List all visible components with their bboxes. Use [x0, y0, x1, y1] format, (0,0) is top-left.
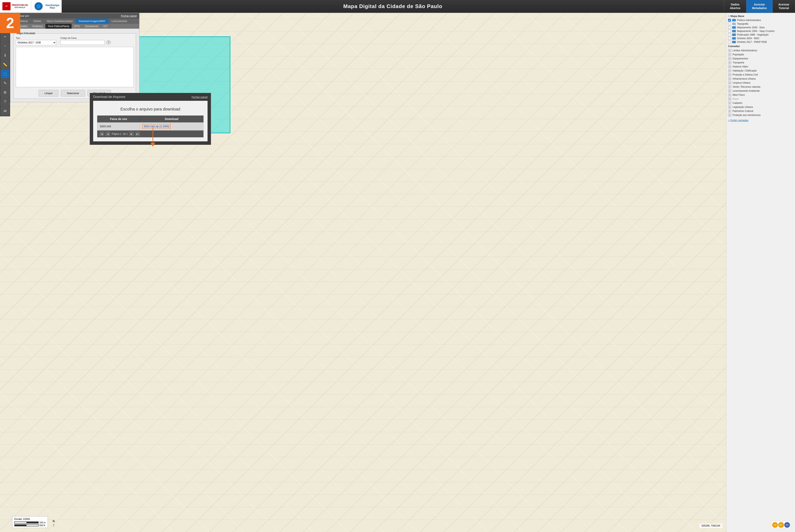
toolbar-edit[interactable]: ✎ — [1, 79, 10, 88]
layer-sistema-viario: + Sistema Viário — [728, 64, 793, 69]
toolbar-settings[interactable]: ⚙ — [1, 88, 10, 97]
expand-licenciamento-ambiental[interactable]: + — [728, 89, 731, 93]
layer-publicacao1988-checkbox[interactable] — [728, 33, 731, 36]
tab-cit[interactable]: CIT — [101, 24, 110, 29]
layer-ortofoto2004-icon — [732, 37, 736, 40]
expand-patrimonio[interactable]: + — [728, 110, 731, 113]
layer-politico: Político-Administrativo — [728, 18, 793, 22]
expand-sistema-viario[interactable]: + — [728, 65, 731, 68]
expand-legislacao[interactable]: + — [728, 106, 731, 109]
layer-ortofoto2017-label: Ortofoto 2017 - PMSP RGB — [737, 41, 767, 43]
toolbar-select[interactable]: ⬚ — [1, 70, 10, 78]
expand-limites[interactable]: + — [728, 49, 731, 52]
section-camadas: Camadas + Limites Administrativos + Popu… — [728, 45, 793, 122]
scale-value: 10394 — [23, 518, 30, 520]
help-icon[interactable]: ? — [106, 40, 111, 45]
tab-zoneamento[interactable]: Zoneamento — [82, 24, 101, 29]
toolbar-zoom-in[interactable]: + — [1, 32, 10, 41]
mapa-base-collapse-icon[interactable]: □ — [728, 15, 730, 18]
expand-rural[interactable]: + — [728, 97, 731, 100]
page-next[interactable]: ▶ — [129, 132, 134, 136]
layer-publicacao1988-label: Publicação 1988 - Vegetação — [737, 33, 769, 36]
tab-licenciamento[interactable]: Licenciamento — [109, 19, 130, 24]
layer-protecao: + Proteção e Defesa Civil — [728, 73, 793, 77]
download-panel-close[interactable]: Fechar painel — [191, 96, 207, 99]
layer-licenciamento-ambiental: + Licenciamento Ambiental — [728, 89, 793, 93]
layer-sistema-viario-label: Sistema Viário — [733, 65, 748, 68]
expand-habitacao[interactable]: + — [728, 69, 731, 72]
expand-infraestrutura[interactable]: + — [728, 77, 731, 80]
page-last[interactable]: ▶| — [135, 132, 140, 136]
coordinates-value: 335299, 7392164 — [701, 524, 720, 527]
layer-ortofoto2004-checkbox[interactable] — [728, 37, 731, 40]
layer-topografia-checkbox[interactable] — [728, 22, 731, 25]
tab-endereco[interactable]: Endereço — [30, 24, 45, 29]
expand-populacao[interactable]: + — [728, 53, 731, 56]
tab-distrito[interactable]: Distrito — [31, 19, 44, 24]
layer-ortofoto2017: Ortofoto 2017 - PMSP RGB — [728, 40, 793, 44]
layer-transporte: + Transporte — [728, 61, 793, 64]
layer-cadastro: + Cadastro — [728, 101, 793, 105]
page-prev[interactable]: ◀ — [106, 132, 110, 136]
articulado-textarea[interactable] — [16, 47, 134, 87]
layer-cadastro-label: Cadastro — [733, 101, 742, 104]
exibir-camadas-link[interactable]: + Exibir camadas — [728, 119, 793, 122]
layer-populacao: + População — [728, 53, 793, 57]
layer-aerodromos: + Proteção aos Aeródromos — [728, 113, 793, 117]
nav-tutorial[interactable]: Acessar Tutorial — [773, 0, 795, 13]
layer-protecao-label: Proteção e Defesa Civil — [733, 73, 758, 76]
logo-prefeitura: PREFEITURA DE SÃO PAULO — [12, 4, 28, 9]
layer-limites: + Limites Administrativos — [728, 49, 793, 53]
toolbar-zoom-out[interactable]: − — [1, 42, 10, 51]
layer-mapeamento1930-icon — [732, 26, 736, 29]
expand-aerodromos[interactable]: + — [728, 114, 731, 117]
nav-dados-abertos[interactable]: Dados Abertos — [724, 0, 746, 13]
layer-mapeamento1954-checkbox[interactable] — [728, 30, 731, 33]
tab-marco[interactable]: Marco Geodésico/Apoio — [44, 19, 76, 24]
expand-limpeza[interactable]: + — [728, 81, 731, 84]
expand-meio-fisico[interactable]: + — [728, 93, 731, 97]
expand-equipamentos[interactable]: + — [728, 57, 731, 60]
layer-meio-fisico-label: Meio Fisico — [733, 94, 745, 96]
layer-topografia-label: Topografia — [737, 22, 748, 25]
expand-protecao[interactable]: + — [728, 73, 731, 76]
layer-mapeamento1954-icon — [732, 30, 736, 32]
toolbar-measure[interactable]: 📏 — [1, 60, 10, 69]
layer-mapeamento1954-label: Mapeamento 1954 - Vasp Cruzeiro — [737, 30, 775, 33]
form-group-codigo: Código da Faixa: ? — [60, 37, 111, 45]
download-file-link[interactable]: 3323-143.zip (1:1000) — [142, 124, 170, 129]
toolbar-mail[interactable]: ✉ — [1, 107, 10, 116]
mapa-articulado-section: Mapa Articulado Tipo: Ortofotos 2017 - I… — [14, 32, 136, 99]
logo-area: SP PREFEITURA DE SÃO PAULO 🌐 GeoSampa Ma… — [0, 0, 62, 13]
search-tabs-row1: Subprefeitura Distrito Marco Geodésico/A… — [10, 19, 139, 24]
expand-transporte[interactable]: + — [728, 61, 731, 64]
layer-ortofoto2017-checkbox[interactable] — [728, 41, 731, 43]
expand-verde[interactable]: + — [728, 85, 731, 89]
col-download-header: Download — [140, 116, 203, 122]
layer-populacao-label: População — [733, 53, 744, 56]
tab-area-publica[interactable]: Área Pública/Planta — [45, 24, 72, 29]
expand-cadastro[interactable]: + — [728, 101, 731, 104]
coordinates-display: 335299, 7392164 — [699, 524, 722, 528]
tab-iptu[interactable]: IPTU — [72, 24, 82, 29]
tipo-label: Tipo: — [16, 37, 56, 39]
tab-download-imagens[interactable]: Download Imagens/MDC — [76, 19, 109, 24]
codigo-label: Código da Faixa: — [60, 37, 111, 39]
page-of: de 1 — [123, 133, 128, 135]
toolbar-help[interactable]: ? — [1, 97, 10, 106]
layer-politico-checkbox[interactable] — [728, 19, 731, 22]
scale-500ft: 500 ft — [39, 524, 45, 527]
codigo-input[interactable] — [60, 40, 105, 45]
toolbar-identify[interactable]: ℹ — [1, 51, 10, 60]
selecionar-button[interactable]: Selecionar — [61, 90, 85, 97]
scale-label: Escala: — [14, 518, 22, 520]
layer-limites-label: Limites Administrativos — [733, 49, 757, 52]
layer-mapeamento1930-checkbox[interactable] — [728, 26, 731, 29]
nav-metadados[interactable]: Acessar Metadados — [746, 0, 772, 13]
layer-verde-label: Verde / Recursos naturais — [733, 86, 760, 88]
tipo-select[interactable]: Ortofotos 2017 - IrGBOrtofotos 2017 - RG… — [16, 40, 56, 45]
page-first[interactable]: |◀ — [99, 132, 104, 136]
search-panel-close[interactable]: Fechar painel — [121, 14, 137, 17]
limpar-button[interactable]: Limpar — [39, 90, 58, 97]
scale-bar: Escala: 10394 100 m 500 ft — [12, 516, 48, 528]
